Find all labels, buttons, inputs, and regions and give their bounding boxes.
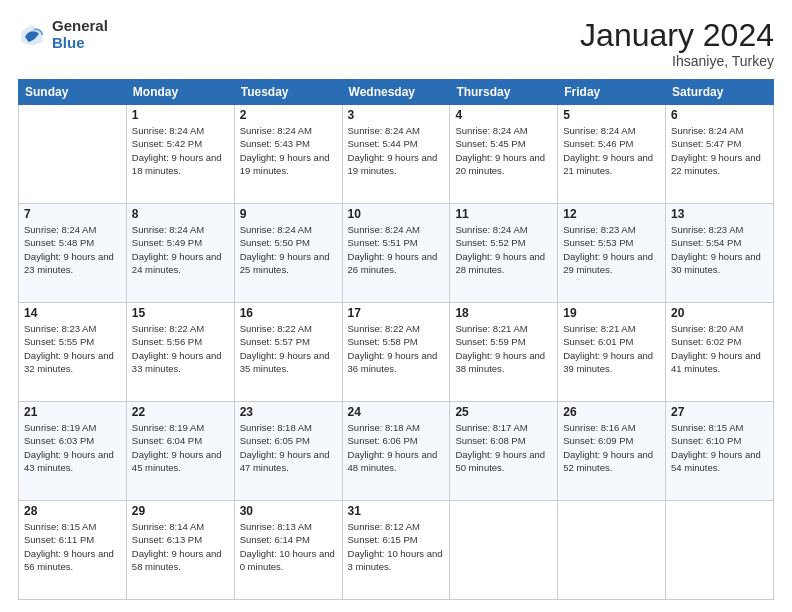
day-info: Sunrise: 8:24 AMSunset: 5:49 PMDaylight:… xyxy=(132,223,229,276)
day-info: Sunrise: 8:16 AMSunset: 6:09 PMDaylight:… xyxy=(563,421,660,474)
table-row: 21Sunrise: 8:19 AMSunset: 6:03 PMDayligh… xyxy=(19,402,127,501)
day-info: Sunrise: 8:17 AMSunset: 6:08 PMDaylight:… xyxy=(455,421,552,474)
table-row: 24Sunrise: 8:18 AMSunset: 6:06 PMDayligh… xyxy=(342,402,450,501)
col-wednesday: Wednesday xyxy=(342,80,450,105)
day-info: Sunrise: 8:18 AMSunset: 6:05 PMDaylight:… xyxy=(240,421,337,474)
logo-blue: Blue xyxy=(52,35,108,52)
day-number: 20 xyxy=(671,306,768,320)
col-tuesday: Tuesday xyxy=(234,80,342,105)
table-row: 23Sunrise: 8:18 AMSunset: 6:05 PMDayligh… xyxy=(234,402,342,501)
table-row: 17Sunrise: 8:22 AMSunset: 5:58 PMDayligh… xyxy=(342,303,450,402)
day-number: 29 xyxy=(132,504,229,518)
table-row: 29Sunrise: 8:14 AMSunset: 6:13 PMDayligh… xyxy=(126,501,234,600)
day-number: 13 xyxy=(671,207,768,221)
day-number: 25 xyxy=(455,405,552,419)
table-row: 15Sunrise: 8:22 AMSunset: 5:56 PMDayligh… xyxy=(126,303,234,402)
day-info: Sunrise: 8:24 AMSunset: 5:46 PMDaylight:… xyxy=(563,124,660,177)
table-row: 5Sunrise: 8:24 AMSunset: 5:46 PMDaylight… xyxy=(558,105,666,204)
day-number: 3 xyxy=(348,108,445,122)
table-row: 4Sunrise: 8:24 AMSunset: 5:45 PMDaylight… xyxy=(450,105,558,204)
day-info: Sunrise: 8:19 AMSunset: 6:04 PMDaylight:… xyxy=(132,421,229,474)
day-number: 5 xyxy=(563,108,660,122)
day-info: Sunrise: 8:22 AMSunset: 5:56 PMDaylight:… xyxy=(132,322,229,375)
day-number: 9 xyxy=(240,207,337,221)
day-number: 18 xyxy=(455,306,552,320)
day-info: Sunrise: 8:24 AMSunset: 5:47 PMDaylight:… xyxy=(671,124,768,177)
table-row: 27Sunrise: 8:15 AMSunset: 6:10 PMDayligh… xyxy=(666,402,774,501)
table-row: 16Sunrise: 8:22 AMSunset: 5:57 PMDayligh… xyxy=(234,303,342,402)
table-row xyxy=(19,105,127,204)
calendar-header-row: Sunday Monday Tuesday Wednesday Thursday… xyxy=(19,80,774,105)
day-info: Sunrise: 8:23 AMSunset: 5:54 PMDaylight:… xyxy=(671,223,768,276)
table-row: 6Sunrise: 8:24 AMSunset: 5:47 PMDaylight… xyxy=(666,105,774,204)
table-row: 28Sunrise: 8:15 AMSunset: 6:11 PMDayligh… xyxy=(19,501,127,600)
day-number: 21 xyxy=(24,405,121,419)
day-number: 1 xyxy=(132,108,229,122)
table-row: 30Sunrise: 8:13 AMSunset: 6:14 PMDayligh… xyxy=(234,501,342,600)
day-info: Sunrise: 8:12 AMSunset: 6:15 PMDaylight:… xyxy=(348,520,445,573)
day-number: 17 xyxy=(348,306,445,320)
table-row xyxy=(450,501,558,600)
table-row: 13Sunrise: 8:23 AMSunset: 5:54 PMDayligh… xyxy=(666,204,774,303)
day-info: Sunrise: 8:24 AMSunset: 5:43 PMDaylight:… xyxy=(240,124,337,177)
day-info: Sunrise: 8:24 AMSunset: 5:44 PMDaylight:… xyxy=(348,124,445,177)
calendar-week-5: 28Sunrise: 8:15 AMSunset: 6:11 PMDayligh… xyxy=(19,501,774,600)
day-number: 23 xyxy=(240,405,337,419)
day-info: Sunrise: 8:14 AMSunset: 6:13 PMDaylight:… xyxy=(132,520,229,573)
col-friday: Friday xyxy=(558,80,666,105)
calendar-week-3: 14Sunrise: 8:23 AMSunset: 5:55 PMDayligh… xyxy=(19,303,774,402)
day-info: Sunrise: 8:24 AMSunset: 5:50 PMDaylight:… xyxy=(240,223,337,276)
header: General Blue January 2024 Ihsaniye, Turk… xyxy=(18,18,774,69)
table-row: 10Sunrise: 8:24 AMSunset: 5:51 PMDayligh… xyxy=(342,204,450,303)
day-info: Sunrise: 8:24 AMSunset: 5:48 PMDaylight:… xyxy=(24,223,121,276)
day-info: Sunrise: 8:15 AMSunset: 6:11 PMDaylight:… xyxy=(24,520,121,573)
day-number: 31 xyxy=(348,504,445,518)
logo: General Blue xyxy=(18,18,108,51)
table-row: 8Sunrise: 8:24 AMSunset: 5:49 PMDaylight… xyxy=(126,204,234,303)
table-row: 20Sunrise: 8:20 AMSunset: 6:02 PMDayligh… xyxy=(666,303,774,402)
table-row: 18Sunrise: 8:21 AMSunset: 5:59 PMDayligh… xyxy=(450,303,558,402)
day-number: 27 xyxy=(671,405,768,419)
day-info: Sunrise: 8:13 AMSunset: 6:14 PMDaylight:… xyxy=(240,520,337,573)
day-info: Sunrise: 8:22 AMSunset: 5:58 PMDaylight:… xyxy=(348,322,445,375)
calendar-week-4: 21Sunrise: 8:19 AMSunset: 6:03 PMDayligh… xyxy=(19,402,774,501)
location: Ihsaniye, Turkey xyxy=(580,53,774,69)
day-info: Sunrise: 8:24 AMSunset: 5:52 PMDaylight:… xyxy=(455,223,552,276)
day-number: 30 xyxy=(240,504,337,518)
table-row: 26Sunrise: 8:16 AMSunset: 6:09 PMDayligh… xyxy=(558,402,666,501)
table-row: 1Sunrise: 8:24 AMSunset: 5:42 PMDaylight… xyxy=(126,105,234,204)
day-info: Sunrise: 8:18 AMSunset: 6:06 PMDaylight:… xyxy=(348,421,445,474)
day-number: 28 xyxy=(24,504,121,518)
table-row: 7Sunrise: 8:24 AMSunset: 5:48 PMDaylight… xyxy=(19,204,127,303)
day-info: Sunrise: 8:23 AMSunset: 5:53 PMDaylight:… xyxy=(563,223,660,276)
calendar-week-1: 1Sunrise: 8:24 AMSunset: 5:42 PMDaylight… xyxy=(19,105,774,204)
day-number: 26 xyxy=(563,405,660,419)
col-saturday: Saturday xyxy=(666,80,774,105)
day-info: Sunrise: 8:23 AMSunset: 5:55 PMDaylight:… xyxy=(24,322,121,375)
table-row: 9Sunrise: 8:24 AMSunset: 5:50 PMDaylight… xyxy=(234,204,342,303)
day-number: 11 xyxy=(455,207,552,221)
logo-text: General Blue xyxy=(52,18,108,51)
day-number: 8 xyxy=(132,207,229,221)
table-row: 3Sunrise: 8:24 AMSunset: 5:44 PMDaylight… xyxy=(342,105,450,204)
day-number: 2 xyxy=(240,108,337,122)
day-number: 12 xyxy=(563,207,660,221)
col-sunday: Sunday xyxy=(19,80,127,105)
day-number: 19 xyxy=(563,306,660,320)
calendar-table: Sunday Monday Tuesday Wednesday Thursday… xyxy=(18,79,774,600)
day-number: 7 xyxy=(24,207,121,221)
day-number: 14 xyxy=(24,306,121,320)
day-info: Sunrise: 8:21 AMSunset: 5:59 PMDaylight:… xyxy=(455,322,552,375)
logo-general: General xyxy=(52,18,108,35)
day-info: Sunrise: 8:20 AMSunset: 6:02 PMDaylight:… xyxy=(671,322,768,375)
table-row: 25Sunrise: 8:17 AMSunset: 6:08 PMDayligh… xyxy=(450,402,558,501)
day-info: Sunrise: 8:15 AMSunset: 6:10 PMDaylight:… xyxy=(671,421,768,474)
calendar-page: General Blue January 2024 Ihsaniye, Turk… xyxy=(0,0,792,612)
table-row: 19Sunrise: 8:21 AMSunset: 6:01 PMDayligh… xyxy=(558,303,666,402)
month-title: January 2024 xyxy=(580,18,774,53)
day-number: 22 xyxy=(132,405,229,419)
col-monday: Monday xyxy=(126,80,234,105)
table-row: 2Sunrise: 8:24 AMSunset: 5:43 PMDaylight… xyxy=(234,105,342,204)
day-number: 4 xyxy=(455,108,552,122)
table-row: 22Sunrise: 8:19 AMSunset: 6:04 PMDayligh… xyxy=(126,402,234,501)
